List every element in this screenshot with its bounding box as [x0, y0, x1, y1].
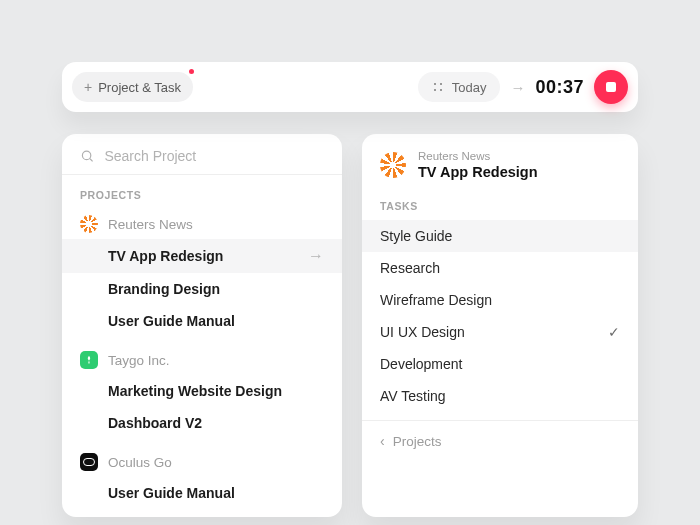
- project-group[interactable]: Reuters News: [62, 209, 342, 239]
- svg-point-0: [82, 151, 90, 159]
- search-row: [62, 148, 342, 174]
- chevron-right-icon: →: [308, 247, 324, 265]
- project-group-label: Taygo Inc.: [108, 353, 170, 368]
- page-title: TV App Redesign: [418, 164, 538, 180]
- plus-icon: +: [84, 80, 92, 94]
- date-picker-button[interactable]: Today: [418, 72, 501, 102]
- project-group[interactable]: Taygo Inc.: [62, 345, 342, 375]
- project-item-label: Marketing Website Design: [108, 383, 282, 399]
- project-item-label: Dashboard V2: [108, 415, 202, 431]
- task-item[interactable]: Wireframe Design: [362, 284, 638, 316]
- task-item[interactable]: AV Testing: [362, 380, 638, 412]
- task-item-label: Research: [380, 260, 440, 276]
- project-item[interactable]: TV App Redesign →: [62, 239, 342, 273]
- project-item[interactable]: User Guide Manual: [62, 477, 342, 509]
- taygo-icon: [80, 351, 98, 369]
- check-icon: ✓: [608, 324, 620, 340]
- add-project-task-label: Project & Task: [98, 80, 181, 95]
- task-item-label: Development: [380, 356, 463, 372]
- tasks-panel-header: Reuters News TV App Redesign: [362, 150, 638, 192]
- svg-line-1: [90, 159, 93, 162]
- divider: [62, 174, 342, 175]
- reuters-icon: [80, 215, 98, 233]
- task-item[interactable]: Development: [362, 348, 638, 380]
- task-item-label: AV Testing: [380, 388, 446, 404]
- project-item[interactable]: Marketing Website Design: [62, 375, 342, 407]
- task-item[interactable]: Style Guide: [362, 220, 638, 252]
- project-item[interactable]: Dashboard V2: [62, 407, 342, 439]
- task-item-label: Style Guide: [380, 228, 452, 244]
- breadcrumb-parent: Reuters News: [418, 150, 538, 162]
- task-item-label: Wireframe Design: [380, 292, 492, 308]
- chevron-left-icon: ‹: [380, 433, 385, 449]
- tasks-section-label: TASKS: [362, 192, 638, 220]
- projects-section-label: PROJECTS: [62, 181, 342, 209]
- stop-icon: [606, 82, 616, 92]
- projects-panel: PROJECTS Reuters News TV App Redesign → …: [62, 134, 342, 517]
- project-group-label: Oculus Go: [108, 455, 172, 470]
- reuters-icon: [380, 152, 406, 178]
- project-group-label: Reuters News: [108, 217, 193, 232]
- calendar-icon: [432, 81, 444, 93]
- project-item-label: User Guide Manual: [108, 485, 235, 501]
- back-label: Projects: [393, 434, 442, 449]
- search-input[interactable]: [104, 148, 324, 164]
- back-to-projects-button[interactable]: ‹ Projects: [362, 420, 638, 453]
- project-item-label: Branding Design: [108, 281, 220, 297]
- project-item-label: User Guide Manual: [108, 313, 235, 329]
- top-bar: + Project & Task Today → 00:37: [62, 62, 638, 112]
- project-group[interactable]: Oculus Go: [62, 447, 342, 477]
- notification-dot-icon: [189, 69, 194, 74]
- date-picker-label: Today: [452, 80, 487, 95]
- task-item-label: UI UX Design: [380, 324, 465, 340]
- arrow-right-icon[interactable]: →: [510, 79, 525, 96]
- oculus-icon: [80, 453, 98, 471]
- stop-timer-button[interactable]: [594, 70, 628, 104]
- search-icon: [80, 148, 94, 164]
- task-item[interactable]: UI UX Design ✓: [362, 316, 638, 348]
- project-item-label: TV App Redesign: [108, 248, 223, 264]
- add-project-task-button[interactable]: + Project & Task: [72, 72, 193, 102]
- timer-display: 00:37: [535, 77, 584, 98]
- project-item[interactable]: Branding Design: [62, 273, 342, 305]
- top-bar-right: Today → 00:37: [418, 70, 628, 104]
- project-item[interactable]: User Guide Manual: [62, 305, 342, 337]
- tasks-panel: Reuters News TV App Redesign TASKS Style…: [362, 134, 638, 517]
- task-item[interactable]: Research: [362, 252, 638, 284]
